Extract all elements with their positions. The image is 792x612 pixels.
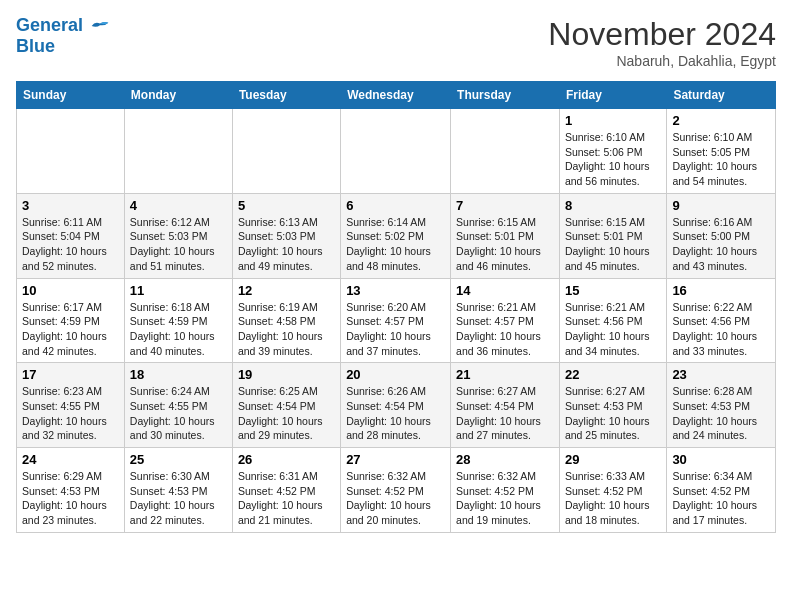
day-number: 24	[22, 452, 119, 467]
day-number: 19	[238, 367, 335, 382]
day-number: 29	[565, 452, 661, 467]
calendar-cell	[124, 109, 232, 194]
day-info: Sunrise: 6:25 AMSunset: 4:54 PMDaylight:…	[238, 384, 335, 443]
weekday-header-saturday: Saturday	[667, 82, 776, 109]
calendar-week-row: 24Sunrise: 6:29 AMSunset: 4:53 PMDayligh…	[17, 448, 776, 533]
calendar-cell: 23Sunrise: 6:28 AMSunset: 4:53 PMDayligh…	[667, 363, 776, 448]
day-info: Sunrise: 6:34 AMSunset: 4:52 PMDaylight:…	[672, 469, 770, 528]
day-info: Sunrise: 6:15 AMSunset: 5:01 PMDaylight:…	[565, 215, 661, 274]
day-info: Sunrise: 6:10 AMSunset: 5:05 PMDaylight:…	[672, 130, 770, 189]
day-info: Sunrise: 6:10 AMSunset: 5:06 PMDaylight:…	[565, 130, 661, 189]
day-info: Sunrise: 6:16 AMSunset: 5:00 PMDaylight:…	[672, 215, 770, 274]
calendar-week-row: 10Sunrise: 6:17 AMSunset: 4:59 PMDayligh…	[17, 278, 776, 363]
day-number: 14	[456, 283, 554, 298]
day-info: Sunrise: 6:22 AMSunset: 4:56 PMDaylight:…	[672, 300, 770, 359]
day-info: Sunrise: 6:21 AMSunset: 4:57 PMDaylight:…	[456, 300, 554, 359]
page-header: General Blue November 2024 Nabaruh, Daka…	[16, 16, 776, 69]
day-info: Sunrise: 6:28 AMSunset: 4:53 PMDaylight:…	[672, 384, 770, 443]
day-number: 12	[238, 283, 335, 298]
day-number: 1	[565, 113, 661, 128]
day-info: Sunrise: 6:29 AMSunset: 4:53 PMDaylight:…	[22, 469, 119, 528]
day-info: Sunrise: 6:26 AMSunset: 4:54 PMDaylight:…	[346, 384, 445, 443]
calendar-cell: 16Sunrise: 6:22 AMSunset: 4:56 PMDayligh…	[667, 278, 776, 363]
calendar-cell: 7Sunrise: 6:15 AMSunset: 5:01 PMDaylight…	[451, 193, 560, 278]
calendar-week-row: 3Sunrise: 6:11 AMSunset: 5:04 PMDaylight…	[17, 193, 776, 278]
weekday-header-row: SundayMondayTuesdayWednesdayThursdayFrid…	[17, 82, 776, 109]
day-info: Sunrise: 6:31 AMSunset: 4:52 PMDaylight:…	[238, 469, 335, 528]
day-number: 28	[456, 452, 554, 467]
day-number: 9	[672, 198, 770, 213]
day-number: 5	[238, 198, 335, 213]
calendar-cell: 9Sunrise: 6:16 AMSunset: 5:00 PMDaylight…	[667, 193, 776, 278]
logo-blue: Blue	[16, 36, 55, 57]
day-info: Sunrise: 6:27 AMSunset: 4:54 PMDaylight:…	[456, 384, 554, 443]
day-info: Sunrise: 6:32 AMSunset: 4:52 PMDaylight:…	[346, 469, 445, 528]
calendar-cell	[17, 109, 125, 194]
day-info: Sunrise: 6:15 AMSunset: 5:01 PMDaylight:…	[456, 215, 554, 274]
calendar-cell: 12Sunrise: 6:19 AMSunset: 4:58 PMDayligh…	[232, 278, 340, 363]
day-number: 7	[456, 198, 554, 213]
calendar-cell: 6Sunrise: 6:14 AMSunset: 5:02 PMDaylight…	[341, 193, 451, 278]
day-info: Sunrise: 6:19 AMSunset: 4:58 PMDaylight:…	[238, 300, 335, 359]
day-number: 30	[672, 452, 770, 467]
calendar-table: SundayMondayTuesdayWednesdayThursdayFrid…	[16, 81, 776, 533]
day-number: 6	[346, 198, 445, 213]
day-info: Sunrise: 6:14 AMSunset: 5:02 PMDaylight:…	[346, 215, 445, 274]
calendar-cell: 20Sunrise: 6:26 AMSunset: 4:54 PMDayligh…	[341, 363, 451, 448]
month-title: November 2024	[548, 16, 776, 53]
day-info: Sunrise: 6:12 AMSunset: 5:03 PMDaylight:…	[130, 215, 227, 274]
day-info: Sunrise: 6:27 AMSunset: 4:53 PMDaylight:…	[565, 384, 661, 443]
day-info: Sunrise: 6:20 AMSunset: 4:57 PMDaylight:…	[346, 300, 445, 359]
day-number: 2	[672, 113, 770, 128]
calendar-cell: 17Sunrise: 6:23 AMSunset: 4:55 PMDayligh…	[17, 363, 125, 448]
day-info: Sunrise: 6:21 AMSunset: 4:56 PMDaylight:…	[565, 300, 661, 359]
calendar-week-row: 1Sunrise: 6:10 AMSunset: 5:06 PMDaylight…	[17, 109, 776, 194]
day-number: 15	[565, 283, 661, 298]
logo: General Blue	[16, 16, 110, 57]
day-number: 17	[22, 367, 119, 382]
day-number: 16	[672, 283, 770, 298]
calendar-cell: 24Sunrise: 6:29 AMSunset: 4:53 PMDayligh…	[17, 448, 125, 533]
day-info: Sunrise: 6:18 AMSunset: 4:59 PMDaylight:…	[130, 300, 227, 359]
day-info: Sunrise: 6:13 AMSunset: 5:03 PMDaylight:…	[238, 215, 335, 274]
day-number: 27	[346, 452, 445, 467]
weekday-header-sunday: Sunday	[17, 82, 125, 109]
logo-text: General	[16, 16, 110, 36]
calendar-cell: 19Sunrise: 6:25 AMSunset: 4:54 PMDayligh…	[232, 363, 340, 448]
day-number: 11	[130, 283, 227, 298]
day-number: 13	[346, 283, 445, 298]
calendar-cell: 2Sunrise: 6:10 AMSunset: 5:05 PMDaylight…	[667, 109, 776, 194]
day-info: Sunrise: 6:30 AMSunset: 4:53 PMDaylight:…	[130, 469, 227, 528]
calendar-cell: 1Sunrise: 6:10 AMSunset: 5:06 PMDaylight…	[559, 109, 666, 194]
day-info: Sunrise: 6:32 AMSunset: 4:52 PMDaylight:…	[456, 469, 554, 528]
calendar-cell: 25Sunrise: 6:30 AMSunset: 4:53 PMDayligh…	[124, 448, 232, 533]
day-number: 8	[565, 198, 661, 213]
weekday-header-friday: Friday	[559, 82, 666, 109]
day-number: 18	[130, 367, 227, 382]
calendar-cell: 5Sunrise: 6:13 AMSunset: 5:03 PMDaylight…	[232, 193, 340, 278]
calendar-cell: 28Sunrise: 6:32 AMSunset: 4:52 PMDayligh…	[451, 448, 560, 533]
calendar-cell	[341, 109, 451, 194]
day-number: 4	[130, 198, 227, 213]
location-title: Nabaruh, Dakahlia, Egypt	[548, 53, 776, 69]
day-number: 20	[346, 367, 445, 382]
calendar-cell: 13Sunrise: 6:20 AMSunset: 4:57 PMDayligh…	[341, 278, 451, 363]
weekday-header-monday: Monday	[124, 82, 232, 109]
day-number: 21	[456, 367, 554, 382]
calendar-cell: 3Sunrise: 6:11 AMSunset: 5:04 PMDaylight…	[17, 193, 125, 278]
calendar-cell	[451, 109, 560, 194]
calendar-cell: 15Sunrise: 6:21 AMSunset: 4:56 PMDayligh…	[559, 278, 666, 363]
calendar-cell	[232, 109, 340, 194]
calendar-cell: 21Sunrise: 6:27 AMSunset: 4:54 PMDayligh…	[451, 363, 560, 448]
calendar-cell: 4Sunrise: 6:12 AMSunset: 5:03 PMDaylight…	[124, 193, 232, 278]
day-number: 26	[238, 452, 335, 467]
day-number: 22	[565, 367, 661, 382]
calendar-week-row: 17Sunrise: 6:23 AMSunset: 4:55 PMDayligh…	[17, 363, 776, 448]
calendar-cell: 30Sunrise: 6:34 AMSunset: 4:52 PMDayligh…	[667, 448, 776, 533]
weekday-header-tuesday: Tuesday	[232, 82, 340, 109]
calendar-cell: 11Sunrise: 6:18 AMSunset: 4:59 PMDayligh…	[124, 278, 232, 363]
calendar-cell: 27Sunrise: 6:32 AMSunset: 4:52 PMDayligh…	[341, 448, 451, 533]
calendar-cell: 8Sunrise: 6:15 AMSunset: 5:01 PMDaylight…	[559, 193, 666, 278]
day-info: Sunrise: 6:23 AMSunset: 4:55 PMDaylight:…	[22, 384, 119, 443]
day-info: Sunrise: 6:17 AMSunset: 4:59 PMDaylight:…	[22, 300, 119, 359]
